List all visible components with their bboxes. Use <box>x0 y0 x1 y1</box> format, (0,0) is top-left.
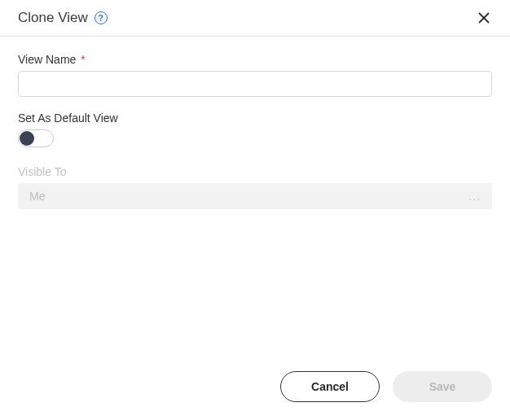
close-icon[interactable] <box>476 10 492 26</box>
dialog-title: Clone View <box>18 10 88 26</box>
visible-to-value: Me <box>29 190 45 203</box>
save-button[interactable]: Save <box>393 371 492 402</box>
view-name-input[interactable] <box>18 71 492 97</box>
ellipsis-icon: ... <box>468 190 481 203</box>
default-view-toggle[interactable] <box>18 129 54 147</box>
toggle-knob <box>20 131 34 146</box>
view-name-field: View Name * <box>18 53 492 97</box>
visible-to-select: Me ... <box>18 183 492 209</box>
dialog-header: Clone View ? <box>0 0 510 37</box>
default-view-field: Set As Default View <box>18 112 492 151</box>
header-left: Clone View ? <box>18 10 108 26</box>
view-name-label: View Name * <box>18 53 492 66</box>
required-star: * <box>81 53 85 66</box>
view-name-label-text: View Name <box>18 53 76 66</box>
visible-to-field: Visible To Me ... <box>18 165 492 209</box>
cancel-button[interactable]: Cancel <box>280 371 380 402</box>
dialog-body: View Name * Set As Default View Visible … <box>0 37 510 209</box>
clone-view-dialog: Clone View ? View Name * Set As Default … <box>0 0 510 420</box>
visible-to-label: Visible To <box>18 165 492 178</box>
default-view-label: Set As Default View <box>18 112 492 125</box>
dialog-footer: Cancel Save <box>280 371 492 402</box>
help-icon[interactable]: ? <box>95 11 108 24</box>
